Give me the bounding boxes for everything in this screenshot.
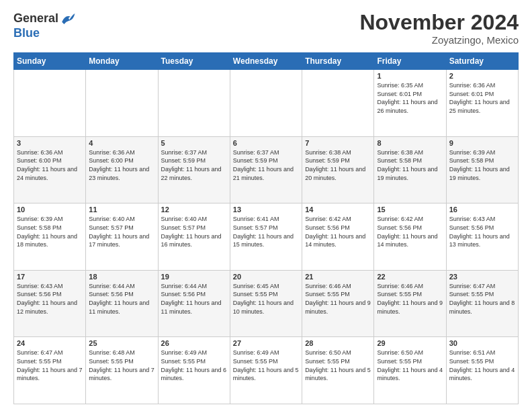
day-info: Sunrise: 6:45 AM Sunset: 5:55 PM Dayligh… — [233, 282, 299, 316]
calendar-week-row: 10Sunrise: 6:39 AM Sunset: 5:58 PM Dayli… — [14, 203, 519, 271]
calendar-cell: 5Sunrise: 6:37 AM Sunset: 5:59 PM Daylig… — [158, 136, 230, 203]
day-number: 11 — [89, 205, 154, 214]
day-info: Sunrise: 6:42 AM Sunset: 5:56 PM Dayligh… — [305, 215, 371, 248]
calendar-cell: 13Sunrise: 6:41 AM Sunset: 5:57 PM Dayli… — [230, 203, 302, 271]
day-info: Sunrise: 6:38 AM Sunset: 5:59 PM Dayligh… — [305, 148, 371, 182]
day-number: 9 — [449, 139, 515, 147]
logo-blue-text: Blue — [13, 27, 76, 40]
calendar-cell: 11Sunrise: 6:40 AM Sunset: 5:57 PM Dayli… — [86, 203, 158, 271]
logo: General Blue — [13, 11, 76, 40]
calendar-cell: 14Sunrise: 6:42 AM Sunset: 5:56 PM Dayli… — [302, 203, 374, 271]
day-info: Sunrise: 6:43 AM Sunset: 5:56 PM Dayligh… — [449, 215, 515, 248]
location-title: Zoyatzingo, Mexico — [359, 34, 519, 46]
day-number: 4 — [89, 139, 154, 147]
calendar-cell: 21Sunrise: 6:46 AM Sunset: 5:55 PM Dayli… — [302, 270, 374, 337]
day-number: 1 — [377, 72, 443, 80]
calendar-cell: 22Sunrise: 6:46 AM Sunset: 5:55 PM Dayli… — [374, 270, 446, 337]
calendar-cell: 10Sunrise: 6:39 AM Sunset: 5:58 PM Dayli… — [14, 203, 86, 271]
day-number: 30 — [449, 339, 515, 347]
calendar-week-row: 3Sunrise: 6:36 AM Sunset: 6:00 PM Daylig… — [14, 136, 519, 203]
calendar-table: SundayMondayTuesdayWednesdayThursdayFrid… — [13, 52, 519, 404]
title-block: November 2024 Zoyatzingo, Mexico — [359, 11, 519, 46]
day-of-week-header: Saturday — [446, 53, 518, 70]
day-info: Sunrise: 6:37 AM Sunset: 5:59 PM Dayligh… — [161, 148, 227, 182]
day-info: Sunrise: 6:41 AM Sunset: 5:57 PM Dayligh… — [233, 215, 299, 248]
day-number: 27 — [233, 339, 299, 347]
day-number: 3 — [17, 139, 83, 147]
calendar-cell: 25Sunrise: 6:48 AM Sunset: 5:55 PM Dayli… — [86, 337, 158, 404]
day-info: Sunrise: 6:36 AM Sunset: 6:00 PM Dayligh… — [17, 148, 83, 182]
calendar-week-row: 1Sunrise: 6:35 AM Sunset: 6:01 PM Daylig… — [14, 70, 519, 137]
day-of-week-header: Wednesday — [230, 53, 302, 70]
day-info: Sunrise: 6:49 AM Sunset: 5:55 PM Dayligh… — [233, 349, 299, 382]
calendar-cell: 28Sunrise: 6:50 AM Sunset: 5:55 PM Dayli… — [302, 337, 374, 404]
day-number: 24 — [17, 339, 83, 347]
day-info: Sunrise: 6:46 AM Sunset: 5:55 PM Dayligh… — [377, 282, 443, 316]
day-info: Sunrise: 6:38 AM Sunset: 5:58 PM Dayligh… — [377, 148, 443, 182]
calendar-cell — [14, 70, 86, 137]
day-number: 7 — [305, 139, 371, 147]
day-number: 22 — [377, 273, 443, 281]
day-number: 29 — [377, 339, 443, 347]
day-number: 15 — [377, 205, 443, 214]
calendar-cell: 20Sunrise: 6:45 AM Sunset: 5:55 PM Dayli… — [230, 270, 302, 337]
day-number: 2 — [449, 72, 515, 80]
day-info: Sunrise: 6:43 AM Sunset: 5:56 PM Dayligh… — [17, 282, 83, 316]
day-info: Sunrise: 6:48 AM Sunset: 5:55 PM Dayligh… — [89, 349, 154, 382]
header: General Blue November 2024 Zoyatzingo, M… — [13, 11, 519, 46]
calendar-cell: 18Sunrise: 6:44 AM Sunset: 5:56 PM Dayli… — [86, 270, 158, 337]
day-number: 13 — [233, 205, 299, 214]
calendar-cell: 23Sunrise: 6:47 AM Sunset: 5:55 PM Dayli… — [446, 270, 518, 337]
day-info: Sunrise: 6:50 AM Sunset: 5:55 PM Dayligh… — [377, 349, 443, 382]
day-number: 28 — [305, 339, 371, 347]
day-number: 19 — [161, 273, 227, 281]
day-info: Sunrise: 6:40 AM Sunset: 5:57 PM Dayligh… — [161, 215, 227, 248]
logo-bird-icon — [60, 11, 76, 27]
day-info: Sunrise: 6:35 AM Sunset: 6:01 PM Dayligh… — [377, 81, 443, 115]
day-number: 20 — [233, 273, 299, 281]
calendar-body: 1Sunrise: 6:35 AM Sunset: 6:01 PM Daylig… — [14, 70, 519, 404]
day-info: Sunrise: 6:37 AM Sunset: 5:59 PM Dayligh… — [233, 148, 299, 182]
day-of-week-header: Friday — [374, 53, 446, 70]
day-number: 23 — [449, 273, 515, 281]
calendar-cell — [86, 70, 158, 137]
calendar-cell: 7Sunrise: 6:38 AM Sunset: 5:59 PM Daylig… — [302, 136, 374, 203]
month-title: November 2024 — [359, 11, 519, 34]
calendar-cell: 1Sunrise: 6:35 AM Sunset: 6:01 PM Daylig… — [374, 70, 446, 137]
calendar-cell: 30Sunrise: 6:51 AM Sunset: 5:55 PM Dayli… — [446, 337, 518, 404]
day-info: Sunrise: 6:46 AM Sunset: 5:55 PM Dayligh… — [305, 282, 371, 316]
day-info: Sunrise: 6:49 AM Sunset: 5:55 PM Dayligh… — [161, 349, 227, 382]
calendar-cell: 19Sunrise: 6:44 AM Sunset: 5:56 PM Dayli… — [158, 270, 230, 337]
day-info: Sunrise: 6:51 AM Sunset: 5:55 PM Dayligh… — [449, 349, 515, 382]
day-number: 21 — [305, 273, 371, 281]
day-number: 25 — [89, 339, 154, 347]
calendar-cell: 29Sunrise: 6:50 AM Sunset: 5:55 PM Dayli… — [374, 337, 446, 404]
day-info: Sunrise: 6:47 AM Sunset: 5:55 PM Dayligh… — [449, 282, 515, 316]
day-info: Sunrise: 6:42 AM Sunset: 5:56 PM Dayligh… — [377, 215, 443, 248]
calendar-cell — [302, 70, 374, 137]
day-number: 12 — [161, 205, 227, 214]
day-of-week-header: Monday — [86, 53, 158, 70]
days-of-week-row: SundayMondayTuesdayWednesdayThursdayFrid… — [14, 53, 519, 70]
calendar-cell: 27Sunrise: 6:49 AM Sunset: 5:55 PM Dayli… — [230, 337, 302, 404]
day-info: Sunrise: 6:39 AM Sunset: 5:58 PM Dayligh… — [449, 148, 515, 182]
day-info: Sunrise: 6:47 AM Sunset: 5:55 PM Dayligh… — [17, 349, 83, 382]
page: General Blue November 2024 Zoyatzingo, M… — [0, 0, 532, 411]
calendar-cell: 8Sunrise: 6:38 AM Sunset: 5:58 PM Daylig… — [374, 136, 446, 203]
day-number: 26 — [161, 339, 227, 347]
calendar-cell: 2Sunrise: 6:36 AM Sunset: 6:01 PM Daylig… — [446, 70, 518, 137]
day-number: 6 — [233, 139, 299, 147]
day-info: Sunrise: 6:40 AM Sunset: 5:57 PM Dayligh… — [89, 215, 154, 248]
calendar-cell: 24Sunrise: 6:47 AM Sunset: 5:55 PM Dayli… — [14, 337, 86, 404]
day-of-week-header: Tuesday — [158, 53, 230, 70]
calendar-cell: 4Sunrise: 6:36 AM Sunset: 6:00 PM Daylig… — [86, 136, 158, 203]
day-info: Sunrise: 6:36 AM Sunset: 6:01 PM Dayligh… — [449, 81, 515, 115]
calendar-cell: 16Sunrise: 6:43 AM Sunset: 5:56 PM Dayli… — [446, 203, 518, 271]
calendar-cell — [158, 70, 230, 137]
day-number: 16 — [449, 205, 515, 214]
day-number: 10 — [17, 205, 83, 214]
day-info: Sunrise: 6:50 AM Sunset: 5:55 PM Dayligh… — [305, 349, 371, 382]
calendar-week-row: 24Sunrise: 6:47 AM Sunset: 5:55 PM Dayli… — [14, 337, 519, 404]
logo-general-text: General — [13, 12, 58, 26]
calendar-cell: 9Sunrise: 6:39 AM Sunset: 5:58 PM Daylig… — [446, 136, 518, 203]
